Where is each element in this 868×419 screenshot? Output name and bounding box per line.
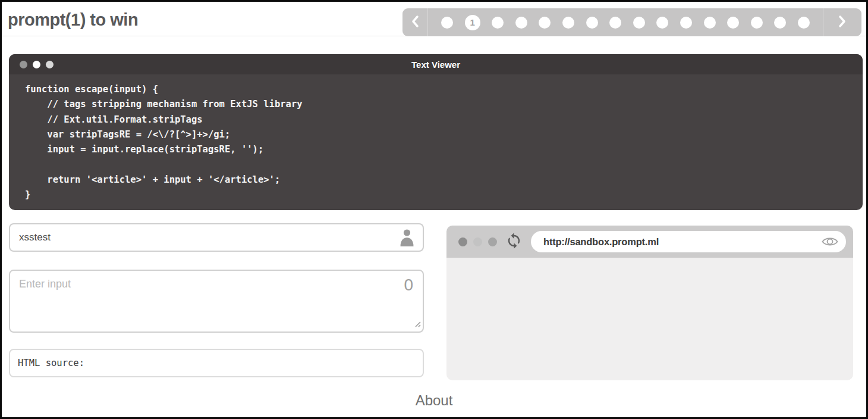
app-window: prompt(1) to win 1: [0, 0, 868, 419]
level-dot[interactable]: [633, 17, 645, 29]
next-level-button[interactable]: [823, 8, 861, 36]
level-dot[interactable]: [704, 17, 716, 29]
challenge-source-code: function escape(input) { // tags strippi…: [9, 74, 863, 202]
level-dots: 1: [428, 8, 823, 36]
preview-toggle-button[interactable]: [821, 235, 839, 250]
level-dot[interactable]: 1: [465, 15, 480, 30]
text-viewer-window: Text Viewer function escape(input) { // …: [9, 54, 863, 210]
nickname-input[interactable]: [10, 232, 399, 243]
about-link[interactable]: About: [2, 392, 866, 409]
person-icon: [399, 229, 415, 246]
refresh-button[interactable]: [505, 232, 523, 251]
sandbox-browser: http://sandbox.prompt.ml: [446, 226, 853, 380]
html-source-label: HTML source:: [10, 358, 84, 368]
payload-textarea[interactable]: [10, 271, 423, 332]
level-dot[interactable]: [656, 17, 668, 29]
payload-input-container: 0: [9, 270, 424, 333]
browser-toolbar: http://sandbox.prompt.ml: [446, 226, 853, 258]
level-pagination: 1: [402, 8, 861, 36]
browser-dot-icon: [458, 237, 467, 246]
chevron-left-icon: [411, 15, 419, 30]
name-field-container: [9, 223, 424, 252]
level-dot[interactable]: [515, 17, 527, 29]
resize-grip-icon[interactable]: [413, 319, 421, 330]
browser-viewport: [446, 258, 853, 380]
level-dot[interactable]: [727, 17, 739, 29]
level-dot[interactable]: [562, 17, 574, 29]
browser-dot-icon: [488, 237, 497, 246]
level-dot[interactable]: [751, 17, 763, 29]
chevron-right-icon: [838, 15, 847, 30]
browser-window-dots: [458, 237, 497, 246]
text-viewer-title: Text Viewer: [9, 60, 863, 70]
level-dot[interactable]: [798, 17, 810, 29]
html-source-output: HTML source:: [9, 349, 424, 377]
browser-dot-icon: [473, 237, 482, 246]
level-dot[interactable]: [774, 17, 786, 29]
level-dot[interactable]: [609, 17, 621, 29]
level-dot[interactable]: [492, 17, 504, 29]
prev-level-button[interactable]: [402, 8, 427, 36]
header: prompt(1) to win 1: [2, 2, 866, 36]
level-dot[interactable]: [586, 17, 598, 29]
url-bar: http://sandbox.prompt.ml: [531, 231, 846, 252]
page-title: prompt(1) to win: [8, 10, 138, 30]
level-dot[interactable]: [441, 17, 453, 29]
eye-icon: [821, 235, 839, 250]
url-text: http://sandbox.prompt.ml: [531, 236, 659, 248]
level-dot[interactable]: [680, 17, 692, 29]
text-viewer-titlebar: Text Viewer: [9, 54, 863, 74]
refresh-icon: [505, 232, 523, 251]
level-dot[interactable]: [539, 17, 551, 29]
